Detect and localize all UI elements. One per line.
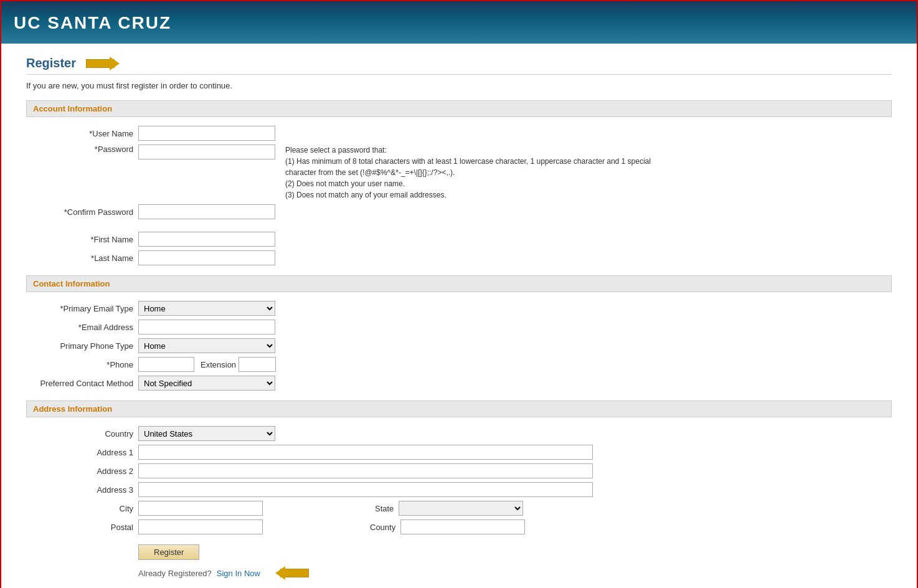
page-title: Register (26, 56, 76, 70)
extension-label: Extension (201, 360, 236, 369)
username-label: *User Name (26, 129, 138, 138)
password-hint: Please select a password that: (1) Has m… (285, 145, 659, 201)
address2-input[interactable] (138, 463, 593, 478)
account-section: Account Information *User Name *Password… (26, 100, 892, 265)
title-divider (26, 74, 892, 75)
password-hint-line1: (1) Has minimum of 8 total characters wi… (285, 157, 651, 177)
password-hint-intro: Please select a password that: (285, 146, 387, 154)
extension-input[interactable] (239, 357, 276, 372)
username-input[interactable] (138, 126, 275, 141)
address-section-title: Address Information (33, 404, 112, 414)
county-input[interactable] (400, 519, 525, 534)
address3-input[interactable] (138, 482, 593, 497)
postal-input[interactable] (138, 519, 263, 534)
password-input[interactable] (138, 145, 275, 159)
confirm-password-label: *Confirm Password (26, 207, 138, 217)
address1-label: Address 1 (26, 448, 138, 457)
phone-type-row: Primary Phone Type Home Work Mobile Othe… (26, 338, 892, 353)
password-hint-line2: (2) Does not match your user name. (285, 179, 405, 188)
arrow-left-icon (272, 566, 309, 580)
phone-type-select[interactable]: Home Work Mobile Other (138, 338, 275, 353)
firstname-row: *First Name (26, 232, 892, 247)
state-select[interactable] (399, 501, 523, 516)
county-label: County (370, 523, 395, 532)
city-label: City (26, 504, 138, 513)
password-label: *Password (26, 145, 138, 154)
password-row: *Password Please select a password that:… (26, 145, 892, 201)
country-label: Country (26, 429, 138, 439)
account-section-title: Account Information (33, 104, 112, 113)
button-row: Register (138, 544, 892, 560)
preferred-contact-label: Preferred Contact Method (26, 379, 138, 388)
phone-row: *Phone Extension (26, 357, 892, 372)
preferred-contact-row: Preferred Contact Method Not Specified E… (26, 376, 892, 391)
address-section-header: Address Information (26, 401, 892, 417)
phone-label: *Phone (26, 360, 138, 369)
address1-input[interactable] (138, 445, 593, 460)
address3-row: Address 3 (26, 482, 892, 497)
postal-label: Postal (26, 523, 138, 532)
firstname-input[interactable] (138, 232, 275, 247)
preferred-contact-select[interactable]: Not Specified Email Phone (138, 376, 275, 391)
page-subtitle: If you are new, you must first register … (26, 81, 892, 90)
lastname-input[interactable] (138, 250, 275, 265)
email-type-label: *Primary Email Type (26, 304, 138, 313)
lastname-row: *Last Name (26, 250, 892, 265)
firstname-label: *First Name (26, 235, 138, 244)
header: UC SANTA CRUZ (1, 1, 917, 44)
address3-label: Address 3 (26, 485, 138, 495)
email-address-row: *Email Address (26, 320, 892, 334)
email-type-select[interactable]: Home Work Other (138, 301, 275, 316)
account-section-header: Account Information (26, 100, 892, 117)
state-label: State (375, 504, 394, 513)
postal-county-row: Postal County (26, 519, 892, 534)
bottom-row: Already Registered? Sign In Now (138, 566, 892, 580)
password-hint-line3: (3) Does not match any of your email add… (285, 191, 447, 199)
address-section: Address Information Country United State… (26, 401, 892, 534)
confirm-password-row: *Confirm Password (26, 204, 892, 219)
register-button[interactable]: Register (138, 544, 199, 560)
arrow-right-icon (86, 57, 123, 70)
lastname-label: *Last Name (26, 254, 138, 263)
phone-type-label: Primary Phone Type (26, 341, 138, 351)
contact-section-header: Contact Information (26, 275, 892, 292)
spacer1 (26, 223, 892, 232)
already-registered-text: Already Registered? (138, 569, 212, 578)
email-address-label: *Email Address (26, 323, 138, 332)
contact-section-title: Contact Information (33, 279, 110, 288)
email-address-input[interactable] (138, 320, 275, 334)
address1-row: Address 1 (26, 445, 892, 460)
city-input[interactable] (138, 501, 263, 516)
sign-in-link[interactable]: Sign In Now (217, 569, 260, 578)
address2-row: Address 2 (26, 463, 892, 478)
contact-section: Contact Information *Primary Email Type … (26, 275, 892, 391)
username-row: *User Name (26, 126, 892, 141)
city-state-row: City State (26, 501, 892, 516)
country-row: Country United States Canada Mexico Othe… (26, 426, 892, 441)
phone-input[interactable] (138, 357, 194, 372)
header-title: UC SANTA CRUZ (14, 13, 171, 33)
address2-label: Address 2 (26, 467, 138, 476)
country-select[interactable]: United States Canada Mexico Other (138, 426, 275, 441)
email-type-row: *Primary Email Type Home Work Other (26, 301, 892, 316)
confirm-password-input[interactable] (138, 204, 275, 219)
